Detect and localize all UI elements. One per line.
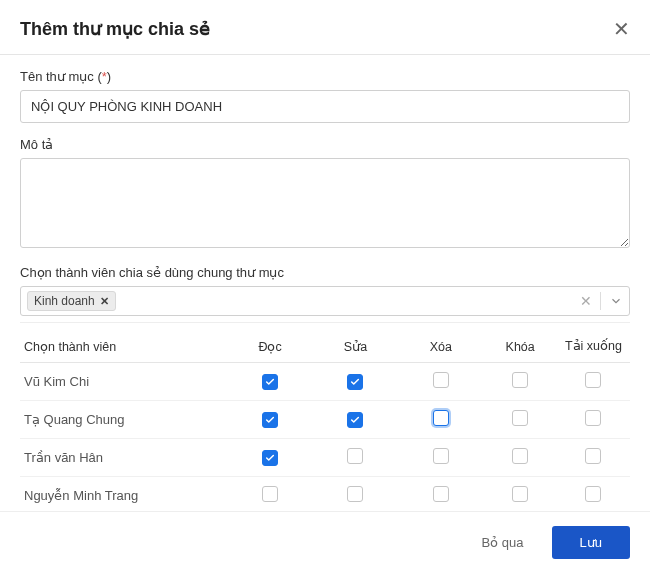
col-lock: Khóa <box>484 331 557 363</box>
col-delete: Xóa <box>398 331 483 363</box>
chevron-down-icon[interactable] <box>609 294 623 308</box>
checkbox[interactable] <box>433 372 449 388</box>
separator <box>600 292 601 310</box>
col-edit: Sửa <box>313 331 398 363</box>
table-row: Tạ Quang Chung <box>20 401 630 439</box>
members-divider <box>20 322 630 323</box>
member-name: Trần văn Hân <box>20 439 227 477</box>
checkbox[interactable] <box>262 486 278 502</box>
checkbox[interactable] <box>512 448 528 464</box>
members-group: Chọn thành viên chia sẻ dùng chung thư m… <box>20 265 630 323</box>
permissions-table: Chọn thành viên Đọc Sửa Xóa Khóa Tải xuố… <box>20 331 630 515</box>
member-name: Vũ Kim Chi <box>20 363 227 401</box>
clear-all-icon[interactable]: ✕ <box>580 293 592 309</box>
table-row: Vũ Kim Chi <box>20 363 630 401</box>
member-tag: Kinh doanh ✕ <box>27 291 116 311</box>
table-row: Trần văn Hân <box>20 439 630 477</box>
modal-header: Thêm thư mục chia sẻ ✕ <box>0 0 650 54</box>
modal-body: Tên thư mục (*) Mô tả Chọn thành viên ch… <box>0 55 650 525</box>
folder-name-label: Tên thư mục (*) <box>20 69 630 84</box>
tag-remove-icon[interactable]: ✕ <box>100 295 109 308</box>
checkbox[interactable] <box>585 486 601 502</box>
modal-footer: Bỏ qua Lưu <box>0 511 650 577</box>
checkbox[interactable] <box>347 486 363 502</box>
checkbox[interactable] <box>262 374 278 390</box>
table-row: Nguyễn Minh Trang <box>20 477 630 515</box>
checkbox[interactable] <box>585 448 601 464</box>
member-tag-label: Kinh doanh <box>34 294 95 308</box>
select-controls: ✕ <box>580 292 623 310</box>
modal-title: Thêm thư mục chia sẻ <box>20 18 210 40</box>
close-icon: ✕ <box>613 18 630 40</box>
checkbox[interactable] <box>585 372 601 388</box>
col-member: Chọn thành viên <box>20 331 227 363</box>
checkbox[interactable] <box>347 374 363 390</box>
checkbox[interactable] <box>347 448 363 464</box>
checkbox[interactable] <box>262 412 278 428</box>
checkbox[interactable] <box>433 448 449 464</box>
member-name: Nguyễn Minh Trang <box>20 477 227 515</box>
col-read: Đọc <box>227 331 312 363</box>
checkbox[interactable] <box>262 450 278 466</box>
description-group: Mô tả <box>20 137 630 251</box>
checkbox[interactable] <box>433 410 449 426</box>
folder-name-group: Tên thư mục (*) <box>20 69 630 123</box>
checkbox[interactable] <box>585 410 601 426</box>
checkbox[interactable] <box>512 486 528 502</box>
skip-button[interactable]: Bỏ qua <box>472 527 534 558</box>
checkbox[interactable] <box>512 410 528 426</box>
description-label: Mô tả <box>20 137 630 152</box>
col-download: Tải xuống <box>557 331 630 363</box>
table-header-row: Chọn thành viên Đọc Sửa Xóa Khóa Tải xuố… <box>20 331 630 363</box>
folder-name-input[interactable] <box>20 90 630 123</box>
checkbox[interactable] <box>512 372 528 388</box>
close-button[interactable]: ✕ <box>613 19 630 39</box>
save-button[interactable]: Lưu <box>552 526 630 559</box>
checkbox[interactable] <box>347 412 363 428</box>
members-select[interactable]: Kinh doanh ✕ ✕ <box>20 286 630 316</box>
member-name: Tạ Quang Chung <box>20 401 227 439</box>
share-folder-modal: Thêm thư mục chia sẻ ✕ Tên thư mục (*) M… <box>0 0 650 577</box>
members-label: Chọn thành viên chia sẻ dùng chung thư m… <box>20 265 630 280</box>
description-textarea[interactable] <box>20 158 630 248</box>
checkbox[interactable] <box>433 486 449 502</box>
